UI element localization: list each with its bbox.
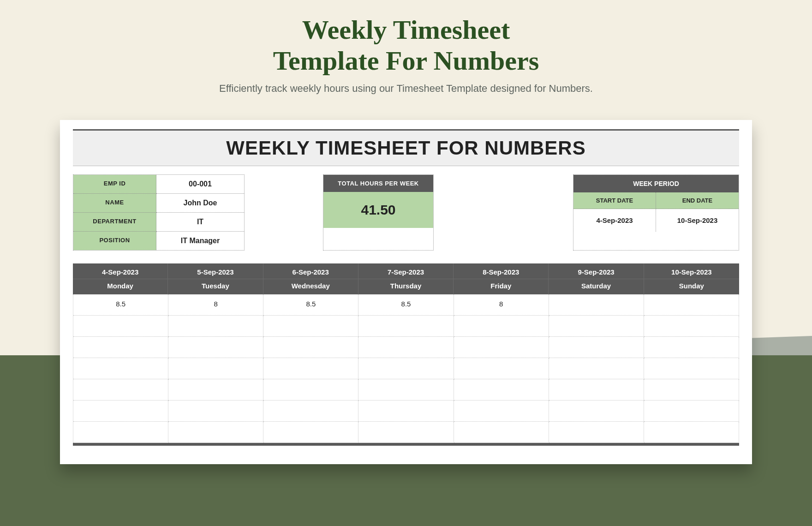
empty-cell xyxy=(644,358,739,379)
empty-cell xyxy=(454,379,549,400)
empty-cell xyxy=(454,422,549,443)
emp-id-value: 00-001 xyxy=(156,175,244,194)
hours-grid: 8.588.58.58 xyxy=(73,294,739,443)
empty-cell xyxy=(549,358,644,379)
meta-row: EMP ID 00-001 NAME John Doe DEPARTMENT I… xyxy=(73,174,739,251)
emp-dept-value: IT xyxy=(156,213,244,232)
empty-cell xyxy=(263,400,358,422)
empty-cell xyxy=(263,358,358,379)
end-date-value: 10-Sep-2023 xyxy=(656,209,739,232)
day-date: 5-Sep-2023 xyxy=(168,263,263,279)
day-column-header: 8-Sep-2023Friday xyxy=(454,263,549,294)
empty-cell xyxy=(549,422,644,443)
day-date: 9-Sep-2023 xyxy=(549,263,643,279)
day-name: Saturday xyxy=(549,279,643,294)
empty-cell xyxy=(73,400,168,422)
empty-cell xyxy=(454,337,549,358)
start-date-value: 4-Sep-2023 xyxy=(573,209,656,232)
empty-cell xyxy=(454,316,549,337)
start-date-label: START DATE xyxy=(573,192,656,209)
day-column-header: 7-Sep-2023Thursday xyxy=(358,263,454,294)
week-period-box: WEEK PERIOD START DATE END DATE 4-Sep-20… xyxy=(573,174,739,251)
empty-cell xyxy=(549,316,644,337)
empty-cell xyxy=(263,379,358,400)
empty-cell xyxy=(73,337,168,358)
week-period-heading: WEEK PERIOD xyxy=(573,175,739,192)
empty-cell xyxy=(644,316,739,337)
day-name: Tuesday xyxy=(168,279,263,294)
timesheet-card: WEEKLY TIMESHEET FOR NUMBERS EMP ID 00-0… xyxy=(60,120,752,464)
total-hours-value: 41.50 xyxy=(323,192,433,228)
day-name: Thursday xyxy=(358,279,453,294)
title-line-1: Weekly Timesheet xyxy=(0,15,812,46)
empty-cell xyxy=(454,400,549,422)
hours-cell: 8.5 xyxy=(263,294,358,316)
days-header: 4-Sep-2023Monday5-Sep-2023Tuesday6-Sep-2… xyxy=(73,263,739,294)
empty-cell xyxy=(549,400,644,422)
empty-cell xyxy=(168,422,263,443)
empty-cell xyxy=(263,316,358,337)
empty-cell xyxy=(358,316,454,337)
page-subtitle: Efficiently track weekly hours using our… xyxy=(0,83,812,95)
empty-cell xyxy=(644,400,739,422)
empty-cell xyxy=(549,337,644,358)
employee-box: EMP ID 00-001 NAME John Doe DEPARTMENT I… xyxy=(73,174,245,251)
day-date: 7-Sep-2023 xyxy=(358,263,453,279)
sheet-title: WEEKLY TIMESHEET FOR NUMBERS xyxy=(73,129,739,166)
day-date: 6-Sep-2023 xyxy=(263,263,358,279)
empty-cell xyxy=(168,316,263,337)
empty-cell xyxy=(73,422,168,443)
empty-cell xyxy=(168,337,263,358)
empty-cell xyxy=(358,400,454,422)
hours-cell: 8 xyxy=(454,294,549,316)
day-name: Wednesday xyxy=(263,279,358,294)
emp-name-value: John Doe xyxy=(156,194,244,213)
empty-cell xyxy=(168,379,263,400)
total-hours-label: TOTAL HOURS PER WEEK xyxy=(323,175,433,192)
page-title: Weekly Timesheet Template For Numbers xyxy=(0,0,812,76)
empty-cell xyxy=(168,400,263,422)
day-name: Sunday xyxy=(644,279,739,294)
empty-cell xyxy=(549,379,644,400)
empty-cell xyxy=(263,337,358,358)
emp-dept-label: DEPARTMENT xyxy=(73,213,156,232)
empty-cell xyxy=(358,337,454,358)
emp-name-label: NAME xyxy=(73,194,156,213)
empty-cell xyxy=(168,358,263,379)
hours-cell xyxy=(549,294,644,316)
title-line-2: Template For Numbers xyxy=(0,46,812,77)
empty-cell xyxy=(263,422,358,443)
day-column-header: 4-Sep-2023Monday xyxy=(73,263,168,294)
empty-cell xyxy=(644,379,739,400)
day-date: 8-Sep-2023 xyxy=(454,263,548,279)
day-column-header: 9-Sep-2023Saturday xyxy=(549,263,644,294)
hours-cell: 8.5 xyxy=(73,294,168,316)
day-date: 4-Sep-2023 xyxy=(73,263,167,279)
hours-cell: 8 xyxy=(168,294,263,316)
empty-cell xyxy=(358,422,454,443)
day-name: Friday xyxy=(454,279,548,294)
day-column-header: 6-Sep-2023Wednesday xyxy=(263,263,358,294)
empty-cell xyxy=(358,358,454,379)
end-date-label: END DATE xyxy=(656,192,739,209)
hours-cell: 8.5 xyxy=(358,294,454,316)
empty-cell xyxy=(358,379,454,400)
empty-cell xyxy=(73,379,168,400)
empty-cell xyxy=(644,337,739,358)
day-column-header: 5-Sep-2023Tuesday xyxy=(168,263,263,294)
empty-cell xyxy=(73,358,168,379)
day-date: 10-Sep-2023 xyxy=(644,263,739,279)
bottom-bar xyxy=(73,443,739,446)
empty-cell xyxy=(454,358,549,379)
emp-id-label: EMP ID xyxy=(73,175,156,194)
emp-pos-label: POSITION xyxy=(73,232,156,250)
empty-cell xyxy=(73,316,168,337)
emp-pos-value: IT Manager xyxy=(156,232,244,250)
day-name: Monday xyxy=(73,279,167,294)
hours-cell xyxy=(644,294,739,316)
empty-cell xyxy=(644,422,739,443)
total-hours-box: TOTAL HOURS PER WEEK 41.50 xyxy=(323,174,434,251)
day-column-header: 10-Sep-2023Sunday xyxy=(644,263,739,294)
